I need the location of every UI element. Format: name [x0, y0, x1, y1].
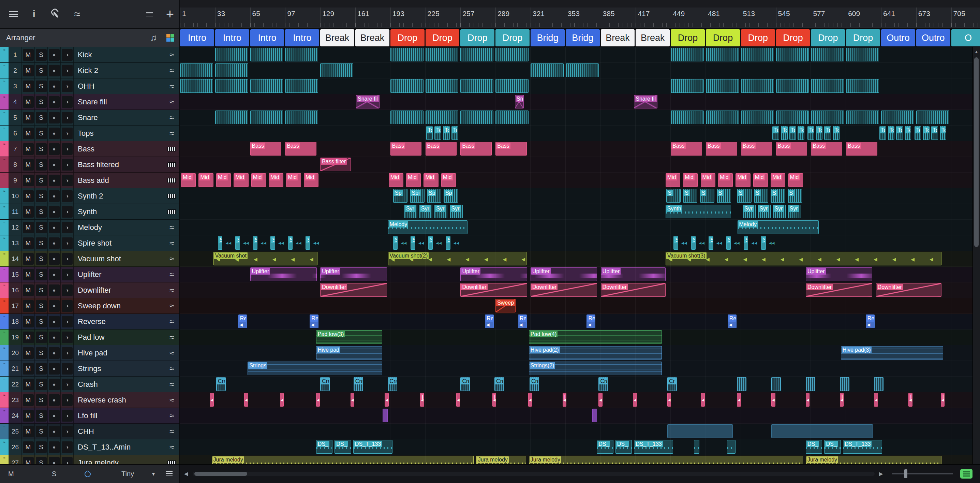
clip[interactable]	[751, 236, 759, 250]
clip[interactable]: Bass	[390, 142, 422, 156]
record-arm-button[interactable]: ●	[48, 78, 61, 94]
info-icon[interactable]: i	[33, 9, 35, 19]
clip[interactable]: Mid	[441, 173, 456, 187]
clip[interactable]	[806, 393, 810, 406]
clip[interactable]: Cras	[388, 377, 398, 391]
automation-icon[interactable]: ≈	[74, 8, 81, 21]
arranger-section[interactable]: Intro	[250, 29, 285, 46]
clip[interactable]	[776, 79, 809, 93]
arranger-section[interactable]: Drop	[741, 29, 775, 46]
clip[interactable]: Uplifter	[250, 268, 317, 281]
record-arm-button[interactable]: ●	[48, 392, 61, 408]
monitor-button[interactable]: ◑	[61, 220, 74, 235]
clip[interactable]: Tc	[931, 126, 938, 140]
clip[interactable]	[916, 110, 949, 124]
solo-button[interactable]: S	[35, 282, 48, 298]
solo-button[interactable]: S	[35, 220, 48, 235]
clip[interactable]	[811, 79, 844, 93]
clip[interactable]	[383, 409, 387, 422]
clip[interactable]: Bass	[426, 142, 457, 156]
clip[interactable]: Downlifter	[460, 283, 527, 297]
clip[interactable]: S	[726, 236, 731, 250]
record-arm-button[interactable]: ●	[48, 63, 61, 78]
record-arm-button[interactable]: ●	[48, 282, 61, 298]
clip[interactable]: Vacuum shot(2)	[388, 252, 527, 265]
mute-button[interactable]: M	[22, 235, 35, 251]
monitor-button[interactable]: ◑	[61, 141, 74, 156]
track-name[interactable]: Snare	[74, 110, 164, 125]
solo-button[interactable]: S	[35, 376, 48, 392]
clip[interactable]: Mid	[251, 173, 266, 187]
clip[interactable]: DS_T_133	[353, 440, 393, 454]
clip[interactable]: Downlifter	[320, 283, 387, 297]
clip[interactable]	[531, 64, 564, 77]
track-row[interactable]: ≈20MS●◑Hive pad≈	[0, 345, 179, 361]
clip[interactable]: Bass	[741, 142, 772, 156]
monitor-button[interactable]: ◑	[61, 126, 74, 141]
clip[interactable]: Bass	[460, 142, 492, 156]
clip[interactable]	[350, 393, 354, 406]
clip[interactable]: S	[717, 189, 731, 202]
clip[interactable]: Tc	[434, 126, 441, 140]
arranger-section[interactable]: Outro	[881, 29, 915, 46]
track-row[interactable]: ≈21MS●◑Strings≈	[0, 361, 179, 376]
clip[interactable]	[285, 79, 318, 93]
track-size-dropdown[interactable]: Tiny	[121, 470, 134, 478]
clip[interactable]	[456, 393, 460, 406]
record-arm-button[interactable]: ●	[48, 361, 61, 376]
clip[interactable]: Uplifter	[531, 268, 597, 281]
clip[interactable]: Spi	[410, 189, 424, 202]
track-row[interactable]: ≈27MS●◑Jura melody	[0, 455, 179, 464]
clip[interactable]	[706, 79, 739, 93]
track-name[interactable]: Jura melody	[74, 455, 164, 464]
mute-button[interactable]: M	[22, 110, 35, 125]
clip[interactable]	[811, 110, 844, 124]
clip[interactable]: Mid	[718, 173, 733, 187]
clip[interactable]: S	[445, 236, 450, 250]
clip[interactable]: Bass	[706, 142, 737, 156]
clip[interactable]	[210, 393, 213, 406]
clip[interactable]: DS_	[824, 440, 840, 454]
clip[interactable]	[667, 393, 671, 406]
arranger-section[interactable]: Bridg	[531, 29, 565, 46]
arranger-section[interactable]: Drop	[811, 29, 845, 46]
clip[interactable]: S	[691, 236, 695, 250]
clip[interactable]: Mid	[423, 173, 438, 187]
solo-button[interactable]: S	[35, 267, 48, 282]
mute-button[interactable]: M	[22, 251, 35, 266]
monitor-button[interactable]: ◑	[61, 204, 74, 219]
clip[interactable]	[671, 110, 704, 124]
clip[interactable]: Tc	[781, 126, 788, 140]
clip[interactable]: Tc	[915, 126, 921, 140]
clip[interactable]	[390, 110, 423, 124]
track-row[interactable]: ≈11MS●◑Synth	[0, 204, 179, 220]
clip[interactable]: Mid	[771, 173, 785, 187]
clip[interactable]	[225, 236, 233, 250]
arranger-section[interactable]: Drop	[706, 29, 740, 46]
clip[interactable]	[390, 48, 423, 61]
clip[interactable]: Uplifter	[460, 268, 527, 281]
clip[interactable]: Cras	[598, 377, 608, 391]
clip[interactable]: S	[754, 189, 768, 202]
timeline-body[interactable]: Snare filSnSnare filTcTcTcTcTcTcTcTcTcTc…	[180, 47, 972, 464]
clip[interactable]	[733, 236, 741, 250]
clip[interactable]: Cras	[353, 377, 363, 391]
clip[interactable]	[727, 440, 736, 454]
clip[interactable]: Tc	[443, 126, 450, 140]
clip[interactable]	[694, 440, 699, 454]
clip[interactable]: DS_T_133	[634, 440, 673, 454]
clip[interactable]: Re	[239, 314, 247, 328]
solo-button[interactable]: S	[35, 439, 48, 455]
track-name[interactable]: Tops	[74, 126, 164, 141]
track-row[interactable]: ≈18MS●◑Reverse≈	[0, 314, 179, 330]
clip[interactable]: Cras	[530, 377, 539, 391]
clip[interactable]: Syr	[773, 205, 786, 218]
track-name[interactable]: Bass add	[74, 172, 164, 188]
clip[interactable]	[285, 110, 318, 124]
track-row[interactable]: ≈12MS●◑Melody≈	[0, 220, 179, 235]
mute-button[interactable]: M	[22, 361, 35, 376]
clip[interactable]	[846, 110, 879, 124]
clip[interactable]	[840, 377, 850, 391]
arranger-section[interactable]: Outro	[916, 29, 950, 46]
track-row[interactable]: ≈7MS●◑Bass	[0, 141, 179, 157]
